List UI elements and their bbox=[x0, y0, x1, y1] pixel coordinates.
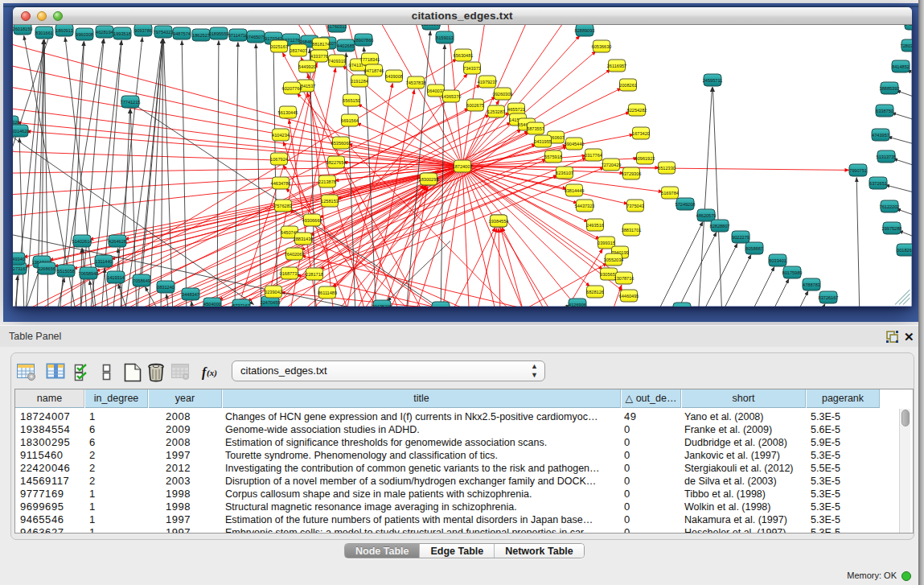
svg-text:1253287: 1253287 bbox=[487, 109, 505, 114]
svg-text:80175989: 80175989 bbox=[782, 270, 803, 275]
svg-text:72720429: 72720429 bbox=[602, 163, 622, 167]
svg-text:44634786: 44634786 bbox=[271, 181, 291, 186]
svg-text:64460495: 64460495 bbox=[619, 294, 639, 299]
svg-text:30552034: 30552034 bbox=[604, 257, 624, 262]
svg-text:02014620: 02014620 bbox=[13, 129, 29, 134]
svg-text:85356068: 85356068 bbox=[331, 141, 351, 146]
svg-text:72803852: 72803852 bbox=[901, 43, 912, 48]
svg-text:6236107: 6236107 bbox=[556, 171, 573, 175]
svg-text:18300295: 18300295 bbox=[419, 177, 439, 182]
svg-text:4628194: 4628194 bbox=[96, 30, 113, 35]
svg-text:17483380: 17483380 bbox=[431, 306, 451, 307]
svg-text:83726167: 83726167 bbox=[819, 295, 839, 300]
svg-text:9960308: 9960308 bbox=[76, 32, 93, 37]
svg-text:4264628: 4264628 bbox=[109, 239, 126, 244]
svg-text:70658948: 70658948 bbox=[79, 271, 99, 276]
svg-text:6849340: 6849340 bbox=[13, 257, 25, 262]
svg-text:60536630: 60536630 bbox=[592, 44, 612, 49]
svg-text:1673420: 1673420 bbox=[632, 131, 650, 136]
svg-text:1311440: 1311440 bbox=[95, 259, 112, 264]
svg-text:0239042: 0239042 bbox=[265, 290, 282, 295]
svg-text:1862527: 1862527 bbox=[192, 33, 210, 38]
svg-text:82889093: 82889093 bbox=[575, 28, 595, 33]
svg-text:60207764: 60207764 bbox=[282, 86, 302, 91]
svg-text:76122202: 76122202 bbox=[880, 204, 900, 209]
svg-text:9487574: 9487574 bbox=[173, 31, 191, 36]
svg-text:14365370: 14365370 bbox=[441, 94, 462, 99]
svg-text:8737167: 8737167 bbox=[232, 303, 250, 307]
svg-text:51313735: 51313735 bbox=[877, 154, 897, 159]
svg-text:0018263: 0018263 bbox=[897, 248, 911, 253]
svg-text:79754323: 79754323 bbox=[154, 30, 174, 35]
svg-text:1419314: 1419314 bbox=[107, 275, 125, 280]
svg-text:0837407: 0837407 bbox=[290, 48, 307, 53]
svg-text:56130445: 56130445 bbox=[278, 110, 298, 115]
svg-text:01687731: 01687731 bbox=[280, 271, 300, 276]
svg-text:65630481: 65630481 bbox=[454, 53, 474, 58]
svg-text:1258153: 1258153 bbox=[321, 199, 339, 204]
svg-text:9022279: 9022279 bbox=[732, 235, 749, 240]
svg-text:4504000: 4504000 bbox=[203, 302, 221, 307]
svg-text:74537838: 74537838 bbox=[406, 80, 426, 85]
svg-text:5515058: 5515058 bbox=[57, 269, 75, 274]
svg-text:50961923: 50961923 bbox=[635, 156, 655, 161]
svg-text:13078716: 13078716 bbox=[614, 276, 634, 281]
svg-text:0317764: 0317764 bbox=[585, 153, 602, 158]
svg-text:9093786: 9093786 bbox=[134, 28, 152, 33]
svg-text:29975288: 29975288 bbox=[882, 226, 902, 231]
svg-text:6372651: 6372651 bbox=[869, 181, 887, 186]
svg-text:84335326: 84335326 bbox=[13, 120, 19, 125]
svg-text:2281718: 2281718 bbox=[306, 272, 323, 277]
svg-text:28907866: 28907866 bbox=[354, 38, 374, 43]
svg-text:6002675: 6002675 bbox=[466, 103, 484, 108]
svg-text:26018159: 26018159 bbox=[13, 27, 32, 31]
svg-text:5449920: 5449920 bbox=[298, 64, 316, 69]
svg-text:1860913: 1860913 bbox=[55, 28, 73, 33]
svg-text:1993518: 1993518 bbox=[113, 31, 131, 36]
svg-text:01895559: 01895559 bbox=[209, 31, 229, 36]
svg-text:57249208: 57249208 bbox=[676, 202, 696, 207]
svg-text:7990751: 7990751 bbox=[849, 168, 867, 173]
svg-text:24595711: 24595711 bbox=[703, 78, 722, 83]
svg-text:2008261: 2008261 bbox=[619, 83, 637, 88]
svg-text:4655721: 4655721 bbox=[507, 107, 525, 112]
svg-text:18724007: 18724007 bbox=[453, 164, 473, 169]
svg-text:61760313: 61760313 bbox=[327, 25, 347, 29]
svg-text:8159013: 8159013 bbox=[436, 35, 454, 40]
svg-text:51402614: 51402614 bbox=[72, 239, 92, 244]
svg-text:6439008: 6439008 bbox=[385, 74, 403, 79]
svg-text:38831701: 38831701 bbox=[622, 228, 642, 233]
svg-text:0434839: 0434839 bbox=[905, 25, 911, 27]
svg-text:1067924: 1067924 bbox=[270, 157, 288, 162]
svg-text:86111489: 86111489 bbox=[318, 290, 337, 295]
svg-text:7409319: 7409319 bbox=[328, 59, 346, 64]
svg-text:7343373: 7343373 bbox=[463, 66, 481, 71]
svg-text:8058887: 8058887 bbox=[745, 246, 763, 251]
svg-text:54437323: 54437323 bbox=[575, 204, 595, 208]
svg-text:3268656: 3268656 bbox=[38, 266, 55, 271]
svg-text:3448347: 3448347 bbox=[182, 292, 199, 297]
svg-text:4402685: 4402685 bbox=[337, 43, 355, 48]
svg-text:76402067: 76402067 bbox=[285, 252, 305, 257]
svg-text:8414852: 8414852 bbox=[892, 64, 910, 69]
svg-text:21590109: 21590109 bbox=[421, 25, 441, 27]
svg-text:7576283: 7576283 bbox=[274, 204, 292, 208]
svg-text:4743957: 4743957 bbox=[872, 133, 889, 138]
svg-text:82254282: 82254282 bbox=[627, 108, 647, 113]
svg-text:6565150: 6565150 bbox=[343, 98, 360, 103]
svg-text:24273167: 24273167 bbox=[13, 266, 27, 271]
svg-text:4104234: 4104234 bbox=[272, 133, 290, 138]
svg-text:6691564: 6691564 bbox=[341, 118, 359, 123]
svg-text:28831436: 28831436 bbox=[294, 237, 314, 241]
svg-text:38885393: 38885393 bbox=[880, 86, 900, 91]
svg-text:93729306: 93729306 bbox=[622, 171, 642, 176]
svg-text:5873557: 5873557 bbox=[527, 126, 544, 131]
svg-text:6338750: 6338750 bbox=[876, 109, 893, 113]
svg-text:8818174: 8818174 bbox=[312, 42, 330, 47]
svg-text:6512330: 6512330 bbox=[658, 166, 676, 171]
svg-text:8033401: 8033401 bbox=[769, 258, 786, 263]
svg-text:7058649: 7058649 bbox=[133, 278, 150, 283]
svg-text:8301661: 8301661 bbox=[35, 31, 53, 35]
svg-text:22470455: 22470455 bbox=[261, 300, 281, 305]
svg-text:77741215: 77741215 bbox=[121, 100, 141, 105]
